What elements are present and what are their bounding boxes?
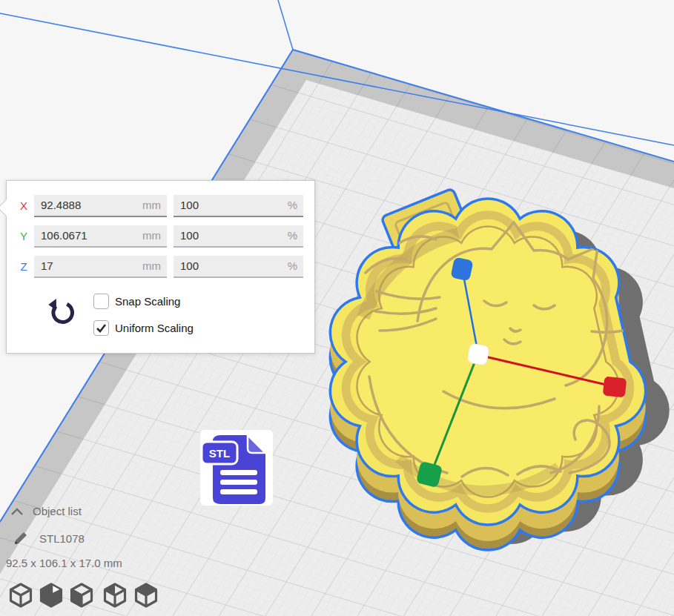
z-percent-field[interactable]: % — [174, 256, 303, 278]
x-axis-label: X — [17, 199, 30, 213]
y-mm-input[interactable] — [34, 225, 167, 246]
view-left-button[interactable] — [102, 582, 128, 609]
rotate-counterclockwise-icon — [47, 319, 74, 330]
view-front-cube-icon — [38, 600, 65, 611]
view-3d-button[interactable] — [7, 582, 34, 609]
y-mm-field[interactable]: mm — [34, 225, 167, 248]
view-right-cube-icon — [133, 600, 159, 611]
y-axis-label: Y — [17, 230, 30, 243]
scale-row-z: Z mm % — [7, 256, 314, 278]
z-mm-input[interactable] — [34, 256, 167, 276]
x-mm-field[interactable]: mm — [34, 195, 167, 217]
uniform-scaling-checkbox[interactable] — [93, 320, 109, 336]
uniform-scaling-label: Uniform Scaling — [115, 322, 194, 334]
snap-scaling-checkbox[interactable] — [93, 294, 109, 309]
gizmo-center-handle[interactable] — [467, 343, 489, 365]
object-dimensions: 92.5 x 106.1 x 17.0 mm — [6, 557, 122, 569]
gizmo-x-scale-handle[interactable] — [603, 377, 627, 398]
stl-badge-label: STL — [209, 447, 230, 460]
build-volume-vertical-edge-line — [278, 0, 293, 50]
stl-file-icon: STL — [200, 430, 273, 506]
z-mm-field[interactable]: mm — [34, 256, 167, 278]
view-orientation-buttons — [7, 582, 163, 609]
z-percent-input[interactable] — [174, 256, 303, 276]
object-list-caret-icon[interactable] — [10, 506, 24, 517]
object-name[interactable]: STL1078 — [39, 532, 85, 545]
scale-row-y: Y mm % — [7, 225, 314, 248]
scale-tool-panel: X mm % Y mm % Z mm % — [6, 180, 315, 354]
z-axis-label: Z — [17, 260, 30, 274]
y-percent-input[interactable] — [174, 225, 303, 246]
scale-row-x: X mm % — [7, 195, 314, 217]
view-right-button[interactable] — [133, 582, 159, 609]
model-engraving — [346, 215, 632, 509]
snap-scaling-label: Snap Scaling — [115, 295, 180, 308]
view-3d-cube-icon — [7, 600, 34, 611]
x-percent-field[interactable]: % — [174, 195, 303, 217]
view-top-button[interactable] — [68, 582, 95, 609]
x-percent-input[interactable] — [174, 195, 303, 216]
object-list-label[interactable]: Object list — [33, 505, 82, 517]
reset-scale-button[interactable] — [47, 298, 74, 328]
rename-pencil-icon[interactable] — [12, 529, 30, 547]
view-top-cube-icon — [68, 600, 95, 611]
view-left-cube-icon — [102, 600, 128, 611]
x-mm-input[interactable] — [34, 195, 167, 216]
view-front-button[interactable] — [38, 582, 65, 609]
y-percent-field[interactable]: % — [174, 225, 303, 248]
